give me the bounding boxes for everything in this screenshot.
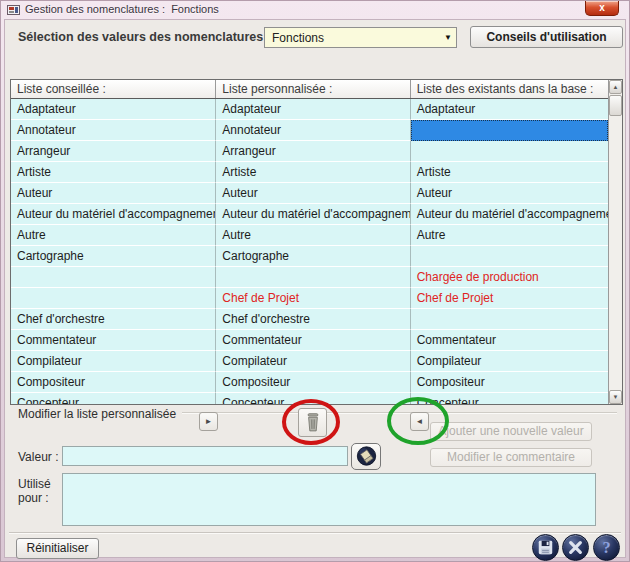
- table-cell[interactable]: Chargée de production: [411, 267, 608, 288]
- close-x-icon: [563, 535, 588, 560]
- table-cell[interactable]: Auteur: [216, 183, 410, 204]
- table-cell[interactable]: Compositeur: [411, 372, 608, 393]
- table-cell[interactable]: Chef de Projet: [411, 288, 608, 309]
- table-cell[interactable]: Auteur du matériel d'accompagnement: [11, 204, 216, 225]
- table-cell[interactable]: Autre: [411, 225, 608, 246]
- combobox-value: Fonctions: [272, 31, 324, 45]
- cancel-button[interactable]: [562, 534, 589, 561]
- table-cell[interactable]: Annotateur: [216, 120, 410, 141]
- close-window-button[interactable]: x: [585, 1, 619, 16]
- column-header-existants[interactable]: Liste des existants dans la base :: [411, 80, 608, 98]
- table-cell[interactable]: Artiste: [411, 162, 608, 183]
- table-cell[interactable]: Annotateur: [11, 120, 216, 141]
- trash-icon: [305, 412, 321, 433]
- table-cell[interactable]: Auteur: [411, 183, 608, 204]
- title-bar: Gestion des nomenclatures : Fonctions x: [1, 1, 629, 19]
- question-mark-icon: ?: [594, 535, 619, 560]
- table-cell[interactable]: Cartographe: [11, 246, 216, 267]
- dialog-content: Sélection des valeurs des nomenclatures …: [4, 19, 626, 558]
- table-cell[interactable]: [11, 288, 216, 309]
- table-cell[interactable]: Auteur: [11, 183, 216, 204]
- app-icon: [7, 4, 20, 16]
- add-new-value-button[interactable]: Ajouter une nouvelle valeur: [430, 422, 592, 441]
- help-button[interactable]: ?: [593, 534, 620, 561]
- nomenclature-table: Liste conseillée : Liste personnalisée :…: [10, 79, 623, 405]
- scroll-up-arrow-icon[interactable]: ▲: [609, 80, 622, 94]
- table-cell[interactable]: Compilateur: [411, 351, 608, 372]
- table-cell[interactable]: Compositeur: [11, 372, 216, 393]
- table-cell[interactable]: Auteur du matériel d'accompagnement: [216, 204, 410, 225]
- table-row: ArtisteArtisteArtiste: [11, 162, 608, 183]
- table-cell[interactable]: Adaptateur: [411, 99, 608, 120]
- table-cell[interactable]: Artiste: [216, 162, 410, 183]
- window-title: Gestion des nomenclatures : Fonctions: [25, 3, 219, 15]
- table-row: AdaptateurAdaptateurAdaptateur: [11, 99, 608, 120]
- table-cell[interactable]: Adaptateur: [216, 99, 410, 120]
- reset-button[interactable]: Réinitialiser: [16, 538, 99, 559]
- table-row: CartographeCartographe: [11, 246, 608, 267]
- table-cell[interactable]: Autre: [11, 225, 216, 246]
- save-button[interactable]: [532, 534, 559, 561]
- table-row: ConcepteurConcepteurConcepteur: [11, 393, 608, 404]
- table-row: AuteurAuteurAuteur: [11, 183, 608, 204]
- table-cell[interactable]: [216, 267, 410, 288]
- table-cell[interactable]: Arrangeur: [11, 141, 216, 162]
- table-row: CompositeurCompositeurCompositeur: [11, 372, 608, 393]
- table-row: Chargée de production: [11, 267, 608, 288]
- svg-text:?: ?: [602, 538, 610, 557]
- table-cell[interactable]: Cartographe: [216, 246, 410, 267]
- table-cell-selected[interactable]: [411, 120, 608, 141]
- table-cell[interactable]: [411, 309, 608, 330]
- table-row: AnnotateurAnnotateur: [11, 120, 608, 141]
- nomenclature-select-label: Sélection des valeurs des nomenclatures: [18, 30, 263, 44]
- table-cell[interactable]: Artiste: [11, 162, 216, 183]
- scrollbar-thumb[interactable]: [609, 95, 622, 116]
- modify-list-label: Modifier la liste personnalisée: [18, 407, 182, 421]
- table-cell[interactable]: Compilateur: [216, 351, 410, 372]
- value-input[interactable]: [62, 446, 348, 466]
- move-value-right-button[interactable]: ►: [199, 412, 218, 431]
- table-row: Chef de ProjetChef de Projet: [11, 288, 608, 309]
- eraser-icon: [356, 445, 377, 467]
- save-floppy-icon: [533, 535, 558, 560]
- table-cell[interactable]: Chef de Projet: [216, 288, 410, 309]
- delete-value-button[interactable]: [298, 408, 327, 437]
- table-cell[interactable]: [411, 246, 608, 267]
- column-header-conseillee[interactable]: Liste conseillée :: [11, 80, 216, 98]
- usage-tips-button[interactable]: Conseils d'utilisation: [470, 26, 623, 48]
- table-cell[interactable]: Adaptateur: [11, 99, 216, 120]
- used-for-label: Utilisé pour :: [18, 477, 51, 505]
- table-cell[interactable]: Autre: [216, 225, 410, 246]
- table-cell[interactable]: Arrangeur: [216, 141, 410, 162]
- table-cell[interactable]: Concepteur: [216, 393, 410, 404]
- column-header-personnalisee[interactable]: Liste personnalisée :: [216, 80, 410, 98]
- modify-comment-button[interactable]: Modifier le commentaire: [430, 448, 592, 467]
- table-cell[interactable]: [411, 141, 608, 162]
- used-for-textarea[interactable]: [62, 473, 596, 526]
- table-body: AdaptateurAdaptateurAdaptateurAnnotateur…: [11, 99, 608, 404]
- table-cell[interactable]: Compilateur: [11, 351, 216, 372]
- dialog-window: Gestion des nomenclatures : Fonctions x …: [0, 0, 630, 562]
- table-row: AutreAutreAutre: [11, 225, 608, 246]
- table-cell[interactable]: Chef d'orchestre: [216, 309, 410, 330]
- table-cell[interactable]: Commentateur: [216, 330, 410, 351]
- table-row: ArrangeurArrangeur: [11, 141, 608, 162]
- groupbox-line: [175, 412, 617, 414]
- scroll-down-arrow-icon[interactable]: ▼: [609, 390, 622, 404]
- table-row: CompilateurCompilateurCompilateur: [11, 351, 608, 372]
- vertical-scrollbar[interactable]: ▲ ▼: [608, 80, 622, 404]
- table-cell[interactable]: Auteur du matériel d'accompagnement: [411, 204, 608, 225]
- chevron-down-icon[interactable]: ▼: [444, 33, 452, 42]
- table-cell[interactable]: [11, 267, 216, 288]
- table-header-row: Liste conseillée : Liste personnalisée :…: [11, 80, 608, 99]
- table-cell[interactable]: Commentateur: [411, 330, 608, 351]
- table-cell[interactable]: Compositeur: [216, 372, 410, 393]
- table-cell[interactable]: Concepteur: [411, 393, 608, 404]
- clear-value-button[interactable]: [351, 443, 381, 470]
- table-cell[interactable]: Concepteur: [11, 393, 216, 404]
- footer-divider: [9, 532, 621, 534]
- nomenclature-combobox[interactable]: Fonctions ▼: [264, 27, 457, 48]
- table-cell[interactable]: Commentateur: [11, 330, 216, 351]
- table-cell[interactable]: Chef d'orchestre: [11, 309, 216, 330]
- add-to-list-arrow-button[interactable]: ◄: [410, 412, 429, 431]
